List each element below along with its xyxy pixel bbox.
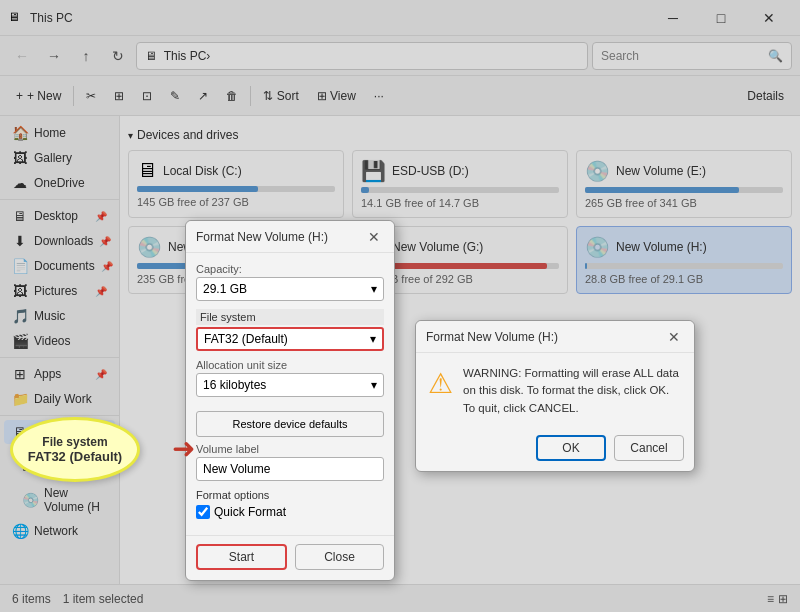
format-dialog-footer: Start Close — [186, 535, 394, 580]
restore-defaults-button[interactable]: Restore device defaults — [196, 411, 384, 437]
volume-label-input[interactable] — [196, 457, 384, 481]
capacity-value: 29.1 GB — [203, 282, 247, 296]
warn-footer: OK Cancel — [416, 429, 694, 471]
allocation-value: 16 kilobytes — [203, 378, 266, 392]
warn-dialog: Format New Volume (H:) ✕ ⚠ WARNING: Form… — [415, 320, 695, 472]
format-options-label: Format options — [196, 489, 384, 501]
warn-message: WARNING: Formatting will erase ALL data … — [463, 365, 682, 417]
modal-overlay — [0, 0, 800, 612]
annotation-bubble: File system FAT32 (Default) ➜ — [10, 417, 140, 482]
allocation-select-wrap: 16 kilobytes ▾ — [196, 373, 384, 397]
allocation-label: Allocation unit size — [196, 359, 384, 371]
allocation-select[interactable]: 16 kilobytes ▾ — [196, 373, 384, 397]
format-dialog-titlebar: Format New Volume (H:) ✕ — [186, 221, 394, 253]
close-dialog-button[interactable]: Close — [295, 544, 384, 570]
allocation-chevron: ▾ — [371, 378, 377, 392]
quick-format-label: Quick Format — [214, 505, 286, 519]
capacity-select-wrap: 29.1 GB ▾ — [196, 277, 384, 301]
warn-title-text: Format New Volume (H:) — [426, 330, 664, 344]
cancel-button[interactable]: Cancel — [614, 435, 684, 461]
format-dialog: Format New Volume (H:) ✕ Capacity: 29.1 … — [185, 220, 395, 581]
quick-format-row: Quick Format — [196, 505, 384, 519]
annotation-oval: File system FAT32 (Default) — [10, 417, 140, 482]
warning-icon: ⚠ — [428, 367, 453, 417]
warn-dialog-close-button[interactable]: ✕ — [664, 327, 684, 347]
format-dialog-close-button[interactable]: ✕ — [364, 227, 384, 247]
filesystem-select[interactable]: FAT32 (Default) ▾ — [196, 327, 384, 351]
capacity-label: Capacity: — [196, 263, 384, 275]
format-dialog-title: Format New Volume (H:) — [196, 230, 364, 244]
filesystem-section-label: File system — [196, 309, 384, 325]
capacity-chevron: ▾ — [371, 282, 377, 296]
annotation-line2: FAT32 (Default) — [28, 449, 122, 464]
quick-format-checkbox[interactable] — [196, 505, 210, 519]
start-button[interactable]: Start — [196, 544, 287, 570]
ok-button[interactable]: OK — [536, 435, 606, 461]
volume-label-label: Volume label — [196, 443, 384, 455]
filesystem-select-wrap: FAT32 (Default) ▾ — [196, 327, 384, 351]
annotation-line1: File system — [42, 435, 107, 449]
annotation-arrow: ➜ — [172, 432, 195, 465]
warn-titlebar: Format New Volume (H:) ✕ — [416, 321, 694, 353]
format-dialog-content: Capacity: 29.1 GB ▾ File system FAT32 (D… — [186, 253, 394, 535]
capacity-select[interactable]: 29.1 GB ▾ — [196, 277, 384, 301]
warn-content: ⚠ WARNING: Formatting will erase ALL dat… — [416, 353, 694, 429]
filesystem-value: FAT32 (Default) — [204, 332, 288, 346]
filesystem-chevron: ▾ — [370, 332, 376, 346]
